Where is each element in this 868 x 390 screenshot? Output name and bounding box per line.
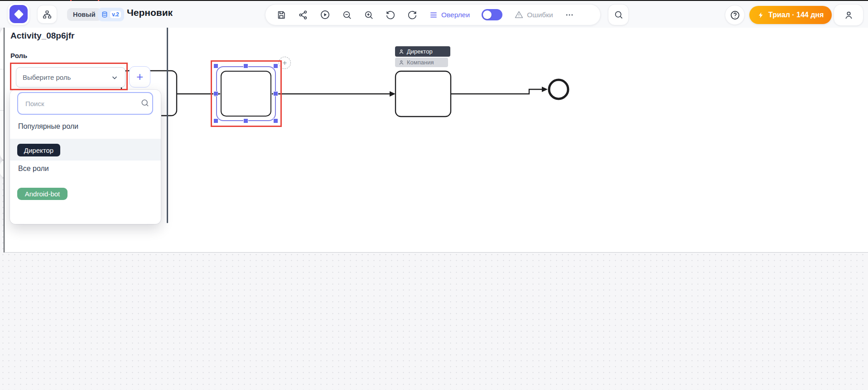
role-dropdown-panel: Популярные роли Директор Все роли Androi… [10,90,161,224]
all-roles-section-label: Все роли [18,165,49,173]
main-toolbar: Оверлеи Ошибки [265,4,601,25]
selection-annotation-redbox [211,60,282,127]
lightning-icon [757,11,764,19]
search-icon [140,98,149,107]
resize-handle-nw[interactable] [213,63,218,68]
task-company-badge[interactable]: Компания [395,58,448,67]
resize-handle-s[interactable] [243,118,248,123]
zoom-in-icon[interactable] [364,10,374,20]
trial-label: Триал · 144 дня [768,11,824,19]
role-search-input[interactable] [17,92,153,115]
top-bar: Новый v.2 Черновик [0,1,868,28]
database-icon [101,11,108,18]
task-role-badge-label: Директор [407,48,433,55]
search-button[interactable] [608,4,629,25]
share-icon[interactable] [298,10,308,20]
zoom-out-icon[interactable] [342,10,352,20]
task-company-badge-label: Компания [407,59,434,66]
app-logo [10,5,28,23]
role-field-label: Роль [10,52,27,59]
diamond-logo-icon [14,9,23,19]
version-badge[interactable]: v.2 [98,8,124,21]
errors-group[interactable]: Ошибки [514,10,553,20]
undo-icon[interactable] [386,10,395,20]
person-icon [399,60,404,65]
document-title[interactable]: Черновик [127,7,173,18]
resize-handle-w[interactable] [213,91,218,96]
role-option-android-bot[interactable]: Android-bot [17,188,68,200]
person-icon [399,49,404,54]
role-select-annotation-redbox [10,63,128,90]
bpmn-editor-app: Новый v.2 Черновик [0,0,868,390]
toggle-knob [483,10,492,19]
account-button[interactable] [834,4,863,26]
resize-handle-e[interactable] [273,91,278,96]
element-id-title: Activity_08p6jfr [10,31,75,41]
plus-glyph: + [136,70,143,84]
popular-roles-section-label: Популярные роли [18,122,78,131]
version-label: v.2 [110,11,121,18]
resize-handle-ne[interactable] [273,63,278,68]
errors-label: Ошибки [527,11,553,19]
trial-button[interactable]: Триал · 144 дня [749,6,832,24]
task-role-badge[interactable]: Директор [395,46,450,57]
user-icon [844,10,854,20]
warning-icon [514,10,524,20]
resize-handle-sw[interactable] [213,118,218,123]
help-button[interactable] [725,5,745,25]
search-icon [614,10,623,20]
overlays-label: Оверлеи [441,11,470,19]
role-option-director[interactable]: Директор [17,144,60,156]
more-icon[interactable] [565,10,574,20]
panel-scrollbar[interactable] [167,1,168,223]
resize-handle-se[interactable] [273,118,278,123]
status-badge: Новый [67,8,101,21]
overlays-group[interactable]: Оверлеи [429,10,470,20]
process-tree-button[interactable] [37,5,57,24]
redo-icon[interactable] [407,10,417,20]
plus-glyph: + [283,58,287,68]
app-logo-button[interactable] [7,3,30,25]
resize-handle-n[interactable] [243,63,248,68]
overlays-toggle[interactable] [482,9,502,20]
add-role-button[interactable]: + [129,66,150,88]
save-icon[interactable] [276,10,286,20]
play-icon[interactable] [320,10,330,20]
org-chart-icon [42,10,52,20]
question-icon [730,10,740,20]
overlays-menu-icon [429,10,438,20]
